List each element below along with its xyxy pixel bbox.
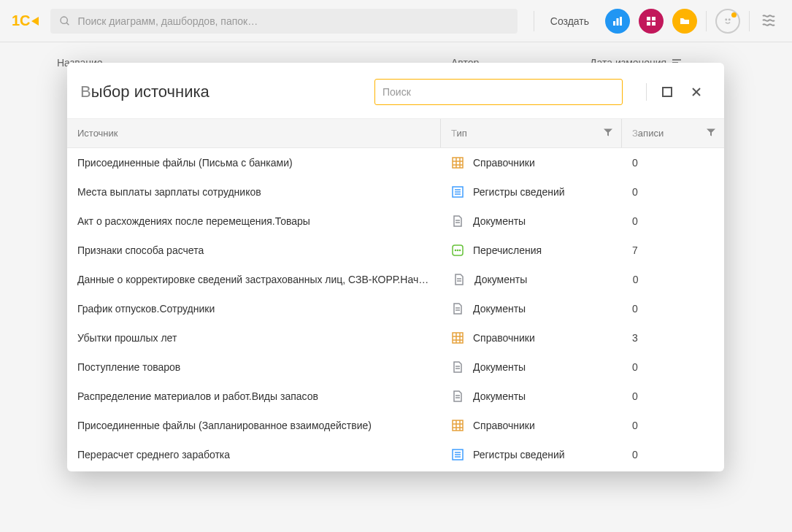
divider (706, 11, 707, 31)
cell-source: Признаки способа расчета (67, 244, 441, 256)
table-row[interactable]: Акт о расхождениях после перемещения.Тов… (67, 207, 724, 236)
svg-rect-2 (613, 21, 615, 26)
cell-type: Документы (441, 302, 622, 315)
cell-records: 0 (622, 215, 724, 227)
svg-rect-3 (617, 18, 619, 26)
cell-source: Места выплаты зарплаты сотрудников (67, 186, 441, 198)
table-row[interactable]: Поступление товаровДокументы0 (67, 352, 724, 382)
svg-rect-8 (652, 22, 655, 26)
close-button[interactable] (686, 82, 707, 102)
th-source-label: Источник (77, 128, 118, 139)
cell-records: 0 (622, 361, 724, 373)
cell-type: Документы (441, 361, 622, 374)
modal-title: Выбор источника (80, 82, 209, 101)
cell-type: Документы (441, 215, 622, 228)
maximize-icon (661, 86, 673, 98)
th-records[interactable]: Записи (622, 119, 724, 147)
cell-source: График отпусков.Сотрудники (67, 303, 441, 315)
cell-source: Присоединенные файлы (Письма с банками) (67, 157, 441, 169)
table-row[interactable]: График отпусков.СотрудникиДокументы0 (67, 294, 724, 323)
table-row[interactable]: Распределение материалов и работ.Виды за… (67, 382, 724, 411)
cell-records: 0 (622, 420, 724, 431)
svg-rect-36 (453, 333, 463, 343)
cell-source: Распределение материалов и работ.Виды за… (67, 390, 441, 402)
filter-icon[interactable] (604, 128, 612, 139)
table-row[interactable]: Данные о корректировке сведений застрахо… (67, 265, 724, 294)
cell-type: Справочники (441, 156, 622, 169)
grid-icon (645, 15, 657, 27)
svg-point-29 (455, 250, 457, 252)
dashboards-button[interactable] (639, 9, 664, 34)
table-row[interactable]: Присоединенные файлы (Запланированное вз… (67, 411, 724, 440)
svg-rect-14 (663, 88, 672, 96)
table-row[interactable]: Признаки способа расчетаПеречисления7 (67, 236, 724, 265)
cell-type: Справочники (441, 331, 622, 344)
cell-type: Документы (442, 273, 623, 286)
svg-rect-4 (620, 17, 622, 26)
type-label: Документы (473, 361, 526, 373)
close-icon (691, 86, 702, 98)
topbar: 1C Создать (0, 0, 792, 42)
type-label: Перечисления (473, 244, 542, 256)
th-source[interactable]: Источник (67, 119, 441, 147)
search-icon (59, 15, 71, 27)
register-icon (451, 448, 464, 461)
cell-records: 3 (622, 332, 724, 344)
menu-button[interactable] (758, 9, 780, 34)
type-label: Справочники (473, 420, 535, 431)
notifications-button[interactable] (715, 9, 740, 34)
document-icon (453, 273, 466, 286)
filter-icon[interactable] (707, 128, 715, 139)
svg-point-31 (459, 250, 461, 252)
cell-type: Перечисления (441, 244, 622, 257)
th-records-label: Записи (632, 128, 664, 139)
svg-point-0 (61, 17, 67, 23)
svg-point-30 (457, 250, 459, 252)
wave-icon (761, 13, 777, 26)
svg-rect-6 (652, 17, 655, 20)
smile-icon (721, 15, 734, 28)
table-header: Источник Тип Записи (67, 119, 724, 148)
svg-point-9 (726, 19, 727, 20)
app-logo[interactable]: 1C (12, 12, 39, 29)
enum-icon (451, 244, 464, 257)
divider (749, 11, 750, 31)
svg-rect-5 (647, 17, 650, 20)
type-label: Документы (473, 303, 526, 315)
global-search[interactable] (50, 9, 518, 34)
cell-type: Регистры сведений (441, 448, 622, 461)
type-label: Документы (473, 390, 526, 402)
charts-button[interactable] (605, 9, 630, 34)
catalog-icon (451, 156, 464, 169)
svg-rect-11 (672, 59, 681, 61)
document-icon (451, 390, 464, 403)
table-row[interactable]: Перерасчет среднего заработкаРегистры св… (67, 440, 724, 469)
create-button[interactable]: Создать (543, 11, 596, 31)
folders-button[interactable] (672, 9, 697, 34)
cell-type: Регистры сведений (441, 185, 622, 198)
catalog-icon (451, 419, 464, 432)
cell-type: Документы (441, 390, 622, 403)
type-label: Справочники (473, 332, 535, 344)
catalog-icon (451, 331, 464, 344)
svg-rect-45 (453, 420, 463, 431)
table-row[interactable]: Места выплаты зарплаты сотрудниковРегист… (67, 177, 724, 207)
table-body: Присоединенные файлы (Письма с банками)С… (67, 148, 724, 471)
divider (646, 83, 647, 101)
cell-source: Перерасчет среднего заработка (67, 449, 441, 460)
modal-search-input[interactable] (374, 79, 623, 105)
th-type[interactable]: Тип (441, 119, 622, 147)
table-row[interactable]: Присоединенные файлы (Письма с банками)С… (67, 148, 724, 177)
cell-records: 0 (622, 186, 724, 198)
th-type-label: Тип (451, 128, 467, 139)
divider (534, 11, 534, 31)
modal-header: Выбор источника (67, 63, 724, 119)
cell-records: 0 (622, 303, 724, 315)
table-row[interactable]: Убытки прошлых летСправочники3 (67, 323, 724, 352)
global-search-input[interactable] (78, 15, 509, 27)
maximize-button[interactable] (657, 82, 677, 102)
cell-records: 0 (622, 390, 724, 402)
cell-records: 0 (622, 449, 724, 460)
cell-type: Справочники (441, 419, 622, 432)
document-icon (451, 215, 464, 228)
